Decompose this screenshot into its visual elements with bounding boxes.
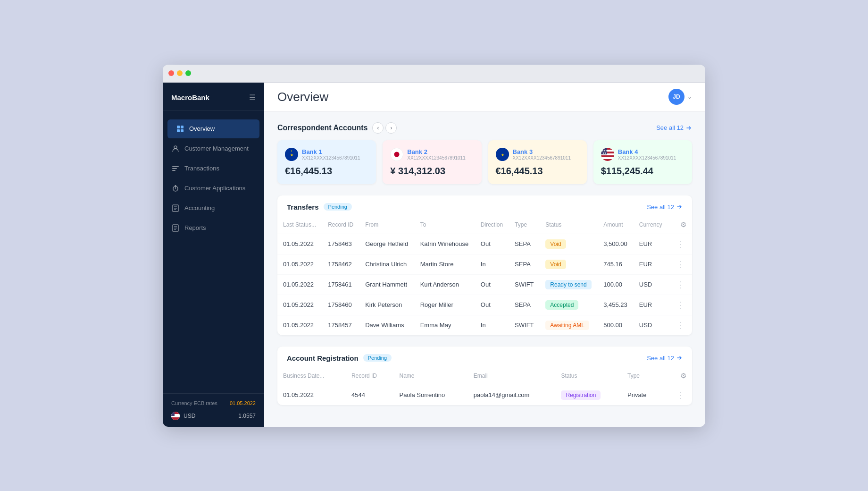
usd-flag [171,412,180,420]
account-registration-title: Account Registration [287,354,359,362]
sidebar-item-overview[interactable]: Overview [167,119,259,138]
col-to: To [415,216,475,234]
bank-amount: €16,445.13 [285,166,368,177]
cell-to: Martin Store [415,254,475,274]
cell-from: Kirk Peterson [359,295,414,315]
see-all-registration-button[interactable]: See all 12 [647,355,683,362]
bank-cards: ★ Bank 1 XX12XXXX1234567891011 €16,445.1… [277,140,692,184]
accounting-icon [171,204,180,212]
svg-rect-0 [177,126,180,128]
table-title-area: Transfers Pending [287,203,352,211]
col-biz-date: Business Date... [277,367,346,385]
svg-rect-7 [172,170,175,171]
sidebar-item-customer-applications[interactable]: Customer Applications [163,179,264,198]
sidebar-item-label: Accounting [184,204,215,212]
bank-card-4[interactable]: ★★★ ★★ Bank 4 XX12XXXX1234567891011 $115… [593,140,692,184]
sidebar-item-accounting[interactable]: Accounting [163,199,264,218]
status-badge: Void [545,239,566,249]
col-type: Type [622,367,661,385]
overview-icon [176,125,184,133]
svg-rect-6 [172,168,177,169]
settings-gear-icon2[interactable]: ⚙ [680,372,686,380]
cell-type: SWIFT [509,274,540,295]
cell-actions: ⋮ [668,315,692,335]
ecb-label: Currency ECB rates [171,400,217,406]
bank-card-2[interactable]: Bank 2 XX12XXXX1234567891011 ¥ 314,312.0… [383,140,481,184]
svg-point-20 [394,152,400,157]
settings-gear-icon[interactable]: ⚙ [680,220,686,229]
row-actions-button[interactable]: ⋮ [674,390,686,400]
bank-card-header: ★★★ ★★ Bank 4 XX12XXXX1234567891011 [601,148,684,161]
row-actions-button[interactable]: ⋮ [674,300,686,310]
svg-text:★: ★ [501,153,504,157]
bank-card-3[interactable]: ★ Bank 3 XX12XXXX1234567891011 €16,445.1… [488,140,587,184]
arrow-right-icon [676,203,683,210]
bank-amount: ¥ 314,312.03 [390,166,474,177]
svg-rect-5 [172,166,179,167]
bank-card-header: ★ Bank 1 XX12XXXX1234567891011 [285,148,368,161]
col-status: Status [555,367,622,385]
cell-name: Paola Sorrentino [393,385,467,405]
table-row: 01.05.2022 1758460 Kirk Peterson Roger M… [277,295,692,315]
sidebar-item-label: Reports [184,224,206,231]
svg-rect-3 [181,129,184,132]
row-actions-button[interactable]: ⋮ [674,321,686,330]
top-bar: Overview JD ⌄ [264,83,705,112]
col-from: From [359,216,414,234]
svg-text:★★: ★★ [602,152,606,154]
app-name: MacroBank [171,93,209,102]
next-arrow-button[interactable]: › [385,122,397,134]
table-row: 01.05.2022 1758461 Grant Hammett Kurt An… [277,274,692,295]
sidebar-item-customer-management[interactable]: Customer Management [163,139,264,158]
reports-icon [171,224,180,232]
see-all-transfers-button[interactable]: See all 12 [647,203,683,211]
sidebar-item-label: Transactions [184,165,219,172]
row-actions-button[interactable]: ⋮ [674,260,686,269]
svg-rect-29 [601,155,614,157]
svg-rect-1 [181,126,184,128]
cell-direction: Out [475,234,509,254]
cell-to: Katrin Winehouse [415,234,475,254]
bank-amount: €16,445.13 [496,166,579,177]
correspondent-accounts-header: Correspondent Accounts ‹ › See all 12 [277,122,692,134]
col-record-id: Record ID [346,367,394,385]
bank-account: XX12XXXX1234567891011 [407,155,465,161]
cell-from: Dave Williams [359,315,414,335]
table-row: 01.05.2022 1758463 George Hetfield Katri… [277,234,692,254]
chevron-down-icon[interactable]: ⌄ [687,93,692,100]
cell-status: Void [540,254,598,274]
hamburger-icon[interactable]: ☰ [249,93,256,102]
cell-currency: USD [634,274,668,295]
cell-status: Registration [555,385,622,405]
row-actions-button[interactable]: ⋮ [674,239,686,249]
sidebar-item-reports[interactable]: Reports [163,219,264,237]
cell-amount: 3,455.23 [598,295,634,315]
user-area: JD ⌄ [668,89,692,105]
sidebar-logo: MacroBank ☰ [163,83,264,111]
bank-card-1[interactable]: ★ Bank 1 XX12XXXX1234567891011 €16,445.1… [277,140,376,184]
sidebar-item-transactions[interactable]: Transactions [163,159,264,178]
table-row: 01.05.2022 1758462 Christina Ulrich Mart… [277,254,692,274]
cell-type: SEPA [509,254,540,274]
transfers-header: Transfers Pending See all 12 [277,195,692,211]
cell-currency: USD [634,315,668,335]
svg-rect-30 [601,157,614,159]
cell-date: 01.05.2022 [277,234,322,254]
registration-pending-badge: Pending [363,354,392,362]
cell-to: Roger Miller [415,295,475,315]
registration-table: Business Date... Record ID Name Email St… [277,367,692,405]
bank-account: XX12XXXX1234567891011 [618,155,676,161]
cell-amount: 745.16 [598,254,634,274]
row-actions-button[interactable]: ⋮ [674,280,686,289]
cell-actions: ⋮ [661,385,692,405]
see-all-accounts-button[interactable]: See all 12 [656,124,692,131]
col-amount: Amount [598,216,634,234]
page-title: Overview [277,90,328,104]
prev-arrow-button[interactable]: ‹ [372,122,384,134]
user-badge[interactable]: JD [668,89,684,105]
cell-record-id: 4544 [346,385,394,405]
col-name: Name [393,367,467,385]
cell-actions: ⋮ [668,254,692,274]
col-status: Status [540,216,598,234]
table-title-area: Account Registration Pending [287,354,392,362]
